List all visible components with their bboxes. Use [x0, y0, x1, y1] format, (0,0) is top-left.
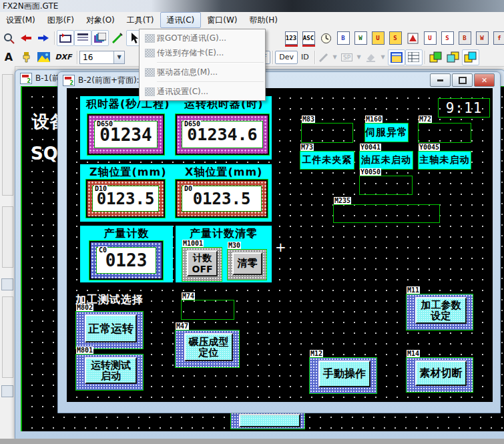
- clock-display[interactable]: 9:11: [438, 98, 490, 118]
- menu-settings[interactable]: 设置(M): [0, 12, 41, 28]
- b1-partial-button[interactable]: [231, 413, 304, 429]
- fill-style-icon: [364, 49, 379, 65]
- roll-forming-button[interactable]: M47 碾压成型 定位: [176, 330, 239, 367]
- restore-button[interactable]: [452, 73, 473, 87]
- device-tag: D0: [184, 185, 193, 192]
- timer-display-frame[interactable]: D650 01234: [87, 114, 164, 155]
- clock-display-icon[interactable]: [317, 30, 334, 46]
- preview-icon[interactable]: [0, 30, 17, 46]
- timer-display[interactable]: D650 01234: [94, 121, 158, 148]
- front-layer-icon[interactable]: [427, 49, 445, 65]
- m72-rect[interactable]: M72: [418, 123, 471, 143]
- image-tool-icon[interactable]: [35, 49, 52, 65]
- clear-button[interactable]: M30 清零: [228, 250, 266, 280]
- menu-object[interactable]: 对象(O): [80, 12, 121, 28]
- test-run-start-button[interactable]: M801 运转测试 启动: [76, 355, 143, 390]
- close-button[interactable]: ✕: [474, 73, 495, 87]
- screen-fit-icon[interactable]: [57, 30, 74, 46]
- menu-window[interactable]: 窗口(W): [201, 12, 243, 28]
- device-tag: D650: [96, 120, 113, 128]
- device-tag: M83: [302, 116, 315, 123]
- font-size-select[interactable]: 16 ▼: [79, 51, 125, 64]
- window-b1-title: B-1(前: [35, 73, 60, 84]
- device-tag: M235: [334, 197, 351, 204]
- manual-operation-button[interactable]: M12 手動操作: [310, 358, 376, 393]
- count-panel[interactable]: 产量计数 C0 0123: [80, 226, 173, 282]
- minimize-button[interactable]: [430, 73, 451, 87]
- data-view-icon[interactable]: [405, 49, 423, 65]
- both-layer-icon[interactable]: [462, 49, 479, 65]
- x-axis-display-frame[interactable]: D0 0123.5: [176, 180, 268, 218]
- device-tag: M47: [176, 322, 189, 330]
- normal-run-button[interactable]: M802 正常运转: [76, 312, 143, 349]
- count-display[interactable]: C0 0123: [96, 247, 156, 274]
- menu-item-comm-setup[interactable]: 通讯设置(C)...: [140, 84, 265, 99]
- touch-key-icon[interactable]: [404, 30, 421, 46]
- menu-communication[interactable]: 通讯(C): [160, 12, 202, 28]
- menu-item-memory-card[interactable]: 传送到存储卡(E)...: [140, 45, 265, 60]
- combo-arrow-icon[interactable]: ▼: [113, 51, 124, 63]
- material-cut-button[interactable]: M14 素材切断: [407, 358, 473, 392]
- text-tool-icon[interactable]: A: [0, 49, 17, 65]
- m83-rect[interactable]: M83: [301, 123, 353, 143]
- layers-icon[interactable]: [91, 30, 109, 46]
- dock-icon[interactable]: [1, 278, 13, 290]
- pen-style-arrow-icon: ▼: [330, 49, 340, 65]
- axis-panel[interactable]: Z轴位置(mm) X轴位置(mm) D10 0123.5 D0 0123.5: [80, 164, 272, 222]
- menu-item-got-comm[interactable]: 跟GOT的通讯(G)...: [140, 31, 265, 45]
- screen-list-icon[interactable]: [74, 30, 91, 46]
- menu-tools[interactable]: 工具(T): [121, 12, 160, 28]
- timer-panel[interactable]: 积时器(秒/工程) 运转积时器(时) D650 01234 D650 01234…: [80, 96, 272, 160]
- word-tool-icon[interactable]: W: [473, 30, 491, 46]
- id-button[interactable]: ID: [298, 51, 312, 64]
- count-header: 产量计数: [80, 227, 173, 241]
- z-axis-display[interactable]: D10 0123.5: [92, 186, 159, 212]
- servo-alarm-lamp[interactable]: M160 伺服异常: [364, 123, 409, 142]
- menu-item-drive-info[interactable]: 驱动器信息(M)...: [140, 65, 265, 79]
- m74-rect[interactable]: M74: [181, 300, 234, 320]
- device-tag: M12: [310, 350, 323, 357]
- window-preview-icon[interactable]: [388, 49, 405, 65]
- run-timer-display-frame[interactable]: D650 01234.6: [176, 114, 269, 155]
- run-timer-display[interactable]: D650 01234.6: [182, 121, 263, 148]
- count-off-button[interactable]: M1001 计数 OFF: [182, 248, 222, 281]
- draw-line-icon[interactable]: [109, 30, 126, 46]
- spindle-alarm-lamp[interactable]: Y0045 主轴未启动: [418, 151, 471, 170]
- bit-key-icon[interactable]: U: [421, 30, 439, 46]
- menu-figure[interactable]: 图形(F): [41, 12, 80, 28]
- comment-bit-icon[interactable]: B: [334, 30, 352, 46]
- screen-canvas-b2[interactable]: 9:11 积时器(秒/工程) 运转积时器(时) D650 01234 D650: [67, 88, 493, 402]
- count-display-frame[interactable]: C0 0123: [89, 241, 163, 280]
- dock-icon[interactable]: [1, 385, 13, 397]
- device-tag: M801: [76, 347, 93, 354]
- paint-tool-icon[interactable]: [17, 49, 35, 65]
- pen-style-icon: [317, 49, 330, 65]
- next-screen-icon[interactable]: [35, 30, 52, 46]
- workpiece-alarm-lamp[interactable]: M73 工件未夹紧: [300, 151, 354, 170]
- word-key-icon[interactable]: S: [439, 30, 456, 46]
- word-lamp-icon[interactable]: S: [387, 30, 404, 46]
- prev-screen-icon[interactable]: [17, 30, 35, 46]
- app-bottom-edge: [0, 439, 504, 444]
- comment-word-icon[interactable]: W: [352, 30, 369, 46]
- dxf-tool-icon[interactable]: DXF: [52, 49, 75, 65]
- window-b2[interactable]: 2 B-2(前面+背面):3 ✕ 9:11 积时器(秒/工程) 运转积时器(时): [57, 71, 501, 413]
- dev-button[interactable]: Dev: [275, 51, 298, 64]
- func-tool-icon[interactable]: f: [491, 30, 504, 46]
- param-setting-button[interactable]: M11 加工参数 设定: [407, 294, 473, 330]
- menu-help[interactable]: 帮助(H): [243, 12, 283, 28]
- z-axis-display-frame[interactable]: D10 0123.5: [86, 180, 165, 218]
- window-b2-titlebar[interactable]: 2 B-2(前面+背面):3 ✕: [58, 72, 500, 88]
- bit-lamp-icon[interactable]: U: [369, 30, 387, 46]
- hydraulic-alarm-lamp[interactable]: Y0041 油压未启动: [359, 151, 413, 170]
- application-window: FX2N画面.GTE 设置(M) 图形(F) 对象(O) 工具(T) 通讯(C)…: [0, 0, 504, 444]
- bit-tool-icon[interactable]: B: [456, 30, 473, 46]
- m235-rect[interactable]: M235: [333, 204, 440, 223]
- x-axis-display[interactable]: D0 0123.5: [182, 186, 262, 212]
- ascii-display-icon[interactable]: ASC: [300, 30, 317, 46]
- back-layer-icon[interactable]: [445, 49, 462, 65]
- numeric-display-icon[interactable]: 123: [282, 30, 300, 46]
- device-tag: C0: [98, 246, 107, 254]
- count-clear-panel[interactable]: 产量计数清零 M1001 计数 OFF M30 清零: [176, 226, 272, 282]
- y0050-rect[interactable]: Y0050: [359, 176, 413, 195]
